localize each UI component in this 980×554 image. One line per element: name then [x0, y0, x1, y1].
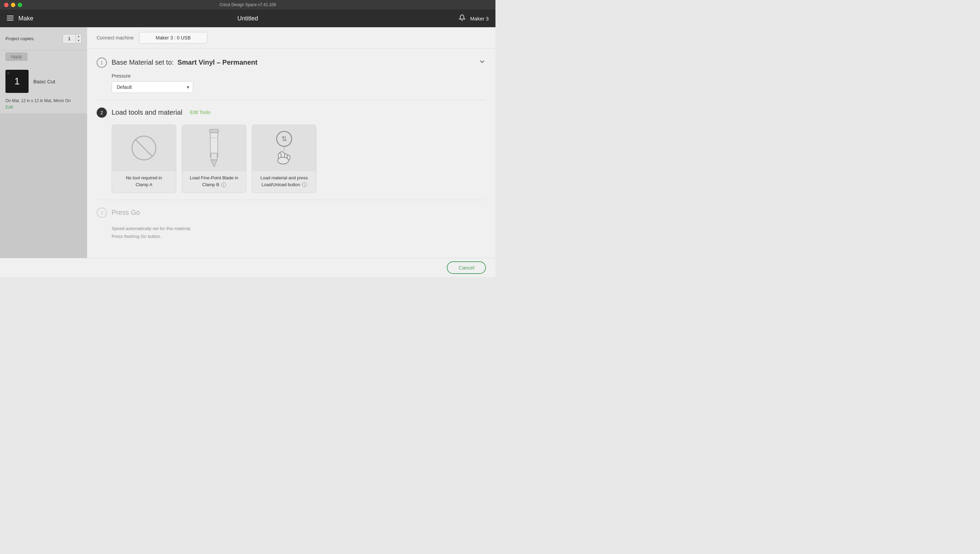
apply-button[interactable]: Apply: [5, 53, 27, 61]
tool-card-label-blade: Load Fine-Point Blade inClamp B i: [182, 171, 246, 193]
no-tool-icon: [130, 134, 158, 162]
step3-body-line2: Press flashing Go button.: [111, 232, 486, 240]
cut-meta: On Mat, 12 in x 12 in Mat, Mirror On Edi…: [0, 98, 87, 113]
step1-header-row: 1 Base Material set to: Smart Vinyl – Pe…: [97, 57, 486, 68]
pressure-select[interactable]: Default More Less: [111, 81, 193, 93]
tool-card-label-load-material: Load material and pressLoad/Unload butto…: [252, 171, 316, 193]
sidebar-empty-area: [0, 113, 87, 277]
tool-card-blade: Load Fine-Point Blade inClamp B i: [182, 124, 247, 193]
cut-label: Basic Cut: [33, 79, 55, 84]
step2-title: Load tools and material: [111, 107, 182, 118]
edit-tools-link[interactable]: Edit Tools: [190, 110, 210, 115]
header-right: Maker 3: [459, 14, 488, 23]
cancel-button[interactable]: Cancel: [447, 261, 486, 274]
gear-icon: ⚙: [7, 71, 10, 75]
svg-rect-7: [211, 153, 217, 160]
cut-thumbnail: ⚙ 1: [5, 70, 29, 93]
svg-point-16: [278, 157, 288, 164]
step1-chevron-icon[interactable]: [479, 58, 486, 67]
bell-icon[interactable]: [459, 14, 466, 23]
step1-title-prefix: Base Material set to:: [111, 59, 173, 66]
load-info-icon[interactable]: i: [302, 182, 307, 187]
step3-title: Press Go: [111, 209, 140, 217]
pressure-label: Pressure: [111, 73, 486, 79]
copies-input-group: ▲ ▼: [63, 34, 82, 43]
copies-stepper: ▲ ▼: [76, 34, 82, 43]
minimize-button[interactable]: [11, 3, 15, 7]
svg-rect-1: [7, 18, 14, 18]
step2-header: 2 Load tools and material Edit Tools: [97, 107, 486, 118]
tool-card-no-tool: No tool required inClamp A: [111, 124, 176, 193]
close-button[interactable]: [4, 3, 8, 7]
tool-card-image-blade: [182, 125, 246, 171]
tool-card-image-load-material: ⇅: [252, 125, 316, 171]
svg-marker-8: [211, 160, 217, 167]
header-bar: Make Untitled Maker 3: [0, 10, 495, 27]
step2-badge: 2: [97, 108, 107, 118]
project-copies-label: Project copies:: [5, 36, 34, 41]
edit-link[interactable]: Edit: [5, 105, 13, 110]
step3-body-line1: Speed automatically set for this materia…: [111, 224, 486, 232]
bottom-bar: Cancel: [0, 258, 495, 277]
steps-area: 1 Base Material set to: Smart Vinyl – Pe…: [87, 49, 495, 249]
step3-section: 3 Press Go Speed automatically set for t…: [97, 207, 486, 240]
cut-meta-text: On Mat, 12 in x 12 in Mat, Mirror On: [5, 98, 82, 104]
title-bar: Cricut Design Space v7.41.109: [0, 0, 495, 10]
svg-rect-0: [7, 16, 14, 16]
step3-header: 3 Press Go: [97, 207, 486, 218]
cut-number: 1: [14, 76, 20, 87]
main-layout: Project copies: ▲ ▼ Apply ⚙ 1 Basic Cut …: [0, 27, 495, 277]
menu-icon[interactable]: [7, 15, 14, 22]
step1-material: Smart Vinyl – Permanent: [177, 59, 257, 66]
divider-1: [97, 100, 486, 100]
tool-cards: No tool required inClamp A: [111, 124, 486, 193]
window-title: Cricut Design Space v7.41.109: [220, 2, 275, 7]
project-title: Untitled: [237, 15, 258, 22]
step1-badge: 1: [97, 57, 107, 68]
maximize-button[interactable]: [18, 3, 22, 7]
connect-machine-button[interactable]: Maker 3 : 0 USB: [139, 32, 207, 43]
svg-rect-5: [210, 129, 218, 133]
pressure-section: Pressure Default More Less: [111, 73, 486, 93]
blade-info-icon[interactable]: i: [221, 182, 226, 187]
left-sidebar: Project copies: ▲ ▼ Apply ⚙ 1 Basic Cut …: [0, 27, 87, 277]
load-material-icon: ⇅: [269, 129, 299, 167]
connect-bar: Connect machine Maker 3 : 0 USB: [87, 27, 495, 49]
cut-list-item[interactable]: ⚙ 1 Basic Cut: [0, 65, 87, 98]
apply-row: Apply: [0, 50, 87, 65]
copies-increment[interactable]: ▲: [76, 34, 81, 39]
traffic-lights: [4, 3, 22, 7]
svg-text:⇅: ⇅: [282, 135, 287, 143]
step2-section: 2 Load tools and material Edit Tools: [97, 107, 486, 193]
svg-rect-2: [7, 20, 14, 21]
tool-card-load-material: ⇅: [252, 124, 317, 193]
tool-card-image-no-tool: [112, 125, 176, 171]
step3-badge: 3: [97, 208, 107, 218]
pressure-select-wrapper: Default More Less: [111, 81, 193, 93]
make-label: Make: [18, 15, 33, 22]
blade-icon: [204, 127, 224, 169]
right-content: Connect machine Maker 3 : 0 USB 1 Base M…: [87, 27, 495, 277]
divider-2: [97, 200, 486, 200]
svg-line-4: [135, 140, 153, 156]
step1-title: Base Material set to: Smart Vinyl – Perm…: [111, 57, 258, 67]
connect-machine-label: Connect machine: [97, 35, 134, 40]
copies-input[interactable]: [63, 34, 76, 43]
tool-card-label-no-tool: No tool required inClamp A: [112, 171, 176, 193]
maker-label: Maker 3: [470, 16, 488, 21]
copies-decrement[interactable]: ▼: [76, 39, 81, 43]
project-copies-bar: Project copies: ▲ ▼: [0, 27, 87, 50]
step3-body: Speed automatically set for this materia…: [111, 224, 486, 240]
step1-section: 1 Base Material set to: Smart Vinyl – Pe…: [97, 57, 486, 93]
step1-header-left: 1 Base Material set to: Smart Vinyl – Pe…: [97, 57, 258, 68]
